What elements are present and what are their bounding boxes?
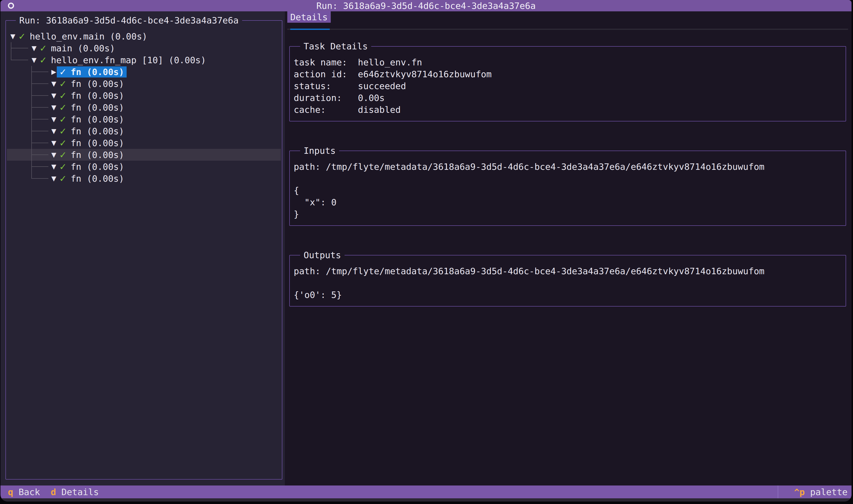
inputs-lines: path: /tmp/flyte/metadata/3618a6a9-3d5d-… [294, 161, 842, 220]
node-label: fn (0.00s) [71, 79, 124, 89]
tree-row[interactable]: ▼ ✓ fn (0.00s) [7, 149, 281, 161]
status-check-icon: ✓ [59, 126, 67, 136]
tree-node[interactable]: ✓ fn (0.00s) [59, 103, 124, 112]
status-check-icon: ✓ [18, 31, 26, 41]
expand-arrow-icon[interactable]: ▼ [48, 139, 59, 147]
expand-arrow-icon[interactable]: ▼ [48, 163, 59, 170]
detail-row: status:succeeded [294, 80, 842, 92]
outputs-legend: Outputs [300, 250, 345, 260]
status-check-icon: ✓ [59, 91, 67, 101]
detail-row: task name:hello_env.fn [294, 56, 842, 68]
palette-hotkey[interactable]: ^p palette [778, 485, 848, 498]
status-check-icon: ✓ [59, 162, 67, 172]
status-check-icon: ✓ [59, 114, 67, 124]
tree-node[interactable]: ✓ fn (0.00s) [59, 79, 124, 89]
tree-guide-line [31, 173, 32, 178]
tree-guide-line [31, 119, 48, 120]
detail-label: status: [294, 81, 358, 91]
detail-value: 0.00s [358, 93, 384, 103]
node-label: main (0.00s) [51, 43, 115, 53]
tree-node[interactable]: ✓ fn (0.00s) [59, 174, 124, 184]
hotkey-details[interactable]: d Details [51, 487, 99, 497]
tree-guide-line [31, 72, 48, 72]
expand-arrow-icon[interactable]: ▼ [7, 33, 18, 40]
code-line: path: /tmp/flyte/metadata/3618a6a9-3d5d-… [294, 161, 842, 173]
window-titlebar: Run: 3618a6a9-3d5d-4d6c-bce4-3de3a4a37e6… [0, 0, 852, 11]
tree-node[interactable]: ✓ fn (0.00s) [59, 162, 124, 172]
tree-node[interactable]: ✓ hello_env.main (0.00s) [18, 31, 147, 41]
node-label: fn (0.00s) [71, 67, 124, 77]
node-label: hello_env.fn_map [10] (0.00s) [51, 55, 206, 65]
code-line: { [294, 184, 842, 196]
tree-row[interactable]: ▼ ✓ fn (0.00s) [7, 102, 281, 113]
task-details-legend: Task Details [300, 41, 371, 51]
tab-active-indicator [290, 29, 330, 30]
tree-row[interactable]: ▼ ✓ main (0.00s) [7, 42, 281, 54]
tree-row[interactable]: ▼ ✓ hello_env.fn_map [10] (0.00s) [7, 54, 281, 66]
expand-arrow-icon[interactable]: ▼ [48, 175, 59, 182]
tree-node[interactable]: ✓ fn (0.00s) [59, 138, 124, 148]
tree-guide-line [31, 166, 48, 167]
tree-row[interactable]: ▶ ✓ fn (0.00s) [7, 66, 281, 78]
tree-guide-line [31, 107, 48, 108]
detail-label: task name: [294, 57, 358, 67]
tree-node[interactable]: ✓ fn (0.00s) [57, 66, 127, 77]
tree-row[interactable]: ▼ ✓ hello_env.main (0.00s) [7, 30, 281, 42]
expand-arrow-icon[interactable]: ▼ [48, 151, 59, 159]
node-label: fn (0.00s) [71, 174, 124, 184]
tree-node[interactable]: ✓ fn (0.00s) [59, 91, 124, 101]
tree-node[interactable]: ✓ fn (0.00s) [59, 150, 124, 160]
hotkey-details-label: Details [61, 487, 99, 497]
tree-guide-line [31, 143, 48, 143]
tree-node[interactable]: ✓ hello_env.fn_map [10] (0.00s) [39, 55, 206, 65]
run-tree-panel: Run: 3618a6a9-3d5d-4d6c-bce4-3de3a4a37e6… [5, 15, 283, 480]
hotkey-back[interactable]: q Back [8, 487, 40, 497]
tree-node[interactable]: ✓ fn (0.00s) [59, 114, 124, 124]
tree-row[interactable]: ▼ ✓ fn (0.00s) [7, 90, 281, 102]
detail-value: hello_env.fn [358, 57, 422, 67]
palette-label: palette [810, 487, 848, 497]
detail-row: duration:0.00s [294, 92, 842, 104]
tree-row[interactable]: ▼ ✓ fn (0.00s) [7, 137, 281, 149]
expand-arrow-icon[interactable]: ▼ [48, 115, 59, 123]
expand-arrow-icon[interactable]: ▼ [29, 44, 39, 52]
tree-node[interactable]: ✓ fn (0.00s) [59, 126, 124, 136]
task-details-rows: task name:hello_env.fnaction id:e646ztvk… [294, 56, 842, 115]
tree-row[interactable]: ▼ ✓ fn (0.00s) [7, 78, 281, 90]
tab-details[interactable]: Details [287, 11, 331, 23]
tree-row[interactable]: ▼ ✓ fn (0.00s) [7, 113, 281, 125]
tree-row[interactable]: ▼ ✓ fn (0.00s) [7, 125, 281, 137]
expand-arrow-icon[interactable]: ▼ [48, 104, 59, 111]
inputs-legend: Inputs [300, 146, 339, 156]
expand-arrow-icon[interactable]: ▼ [48, 80, 59, 87]
outputs-box: Outputs path: /tmp/flyte/metadata/3618a6… [289, 250, 846, 307]
tree-row[interactable]: ▼ ✓ fn (0.00s) [7, 161, 281, 173]
run-tree-pane: Run: 3618a6a9-3d5d-4d6c-bce4-3de3a4a37e6… [0, 11, 285, 485]
status-check-icon: ✓ [59, 67, 67, 77]
tree-guide-line [31, 178, 48, 179]
node-label: fn (0.00s) [71, 150, 124, 160]
window-bottom-strip [0, 498, 852, 502]
detail-value: succeeded [358, 81, 406, 91]
expand-arrow-icon[interactable]: ▼ [29, 56, 39, 64]
node-label: fn (0.00s) [71, 162, 124, 172]
status-check-icon: ✓ [39, 55, 47, 65]
status-check-icon: ✓ [59, 174, 67, 184]
hotkey-ctrl-p: ^p [794, 487, 805, 497]
code-line: path: /tmp/flyte/metadata/3618a6a9-3d5d-… [294, 265, 842, 277]
node-label: fn (0.00s) [71, 114, 124, 124]
expand-arrow-icon[interactable]: ▼ [48, 92, 59, 99]
tree-guide-line [31, 155, 48, 155]
tree-guide-line [11, 60, 28, 60]
node-label: fn (0.00s) [71, 103, 124, 112]
details-pane: Details Task Details task name:hello_env… [285, 11, 852, 485]
tree-guide-line [31, 84, 48, 84]
window-title: Run: 3618a6a9-3d5d-4d6c-bce4-3de3a4a37e6… [316, 1, 536, 11]
detail-label: action id: [294, 69, 358, 79]
status-check-icon: ✓ [59, 138, 67, 148]
tree-node[interactable]: ✓ main (0.00s) [39, 43, 115, 53]
detail-value: e646ztvkyv8714o16zbuwufom [358, 69, 492, 79]
expand-arrow-icon[interactable]: ▼ [48, 127, 59, 135]
tree-row[interactable]: ▼ ✓ fn (0.00s) [7, 173, 281, 184]
detail-label: duration: [294, 93, 358, 103]
